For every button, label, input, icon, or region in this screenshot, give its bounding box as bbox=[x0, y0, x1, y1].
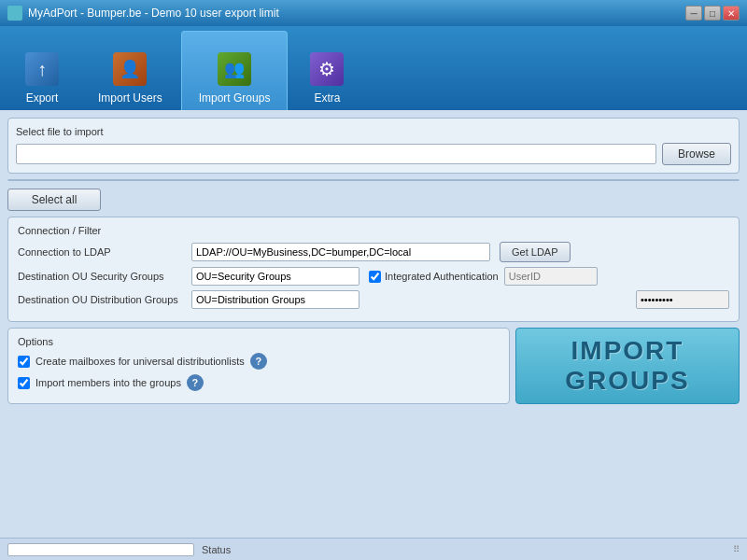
tab-export[interactable]: Export bbox=[5, 31, 79, 110]
int-auth-checkbox-row[interactable]: Integrated Authentication bbox=[369, 271, 499, 283]
bottom-section: Options Create mailboxes for universal d… bbox=[7, 328, 740, 404]
password-input[interactable] bbox=[636, 290, 729, 309]
groups-list[interactable] bbox=[7, 179, 740, 181]
file-path-input[interactable] bbox=[16, 144, 656, 164]
import-groups-button[interactable]: IMPORT GROUPS bbox=[515, 328, 740, 404]
status-progress-bar bbox=[7, 543, 194, 556]
title-bar: MyAdPort - Bumper.be - Demo 10 user expo… bbox=[0, 0, 747, 26]
ldap-input[interactable] bbox=[191, 243, 490, 261]
select-all-button[interactable]: Select all bbox=[7, 189, 101, 211]
ldap-label: Connection to LDAP bbox=[18, 246, 186, 258]
import-members-checkbox[interactable] bbox=[18, 377, 30, 389]
minimize-button[interactable]: ─ bbox=[685, 6, 702, 21]
int-auth-checkbox[interactable] bbox=[369, 271, 381, 283]
ou-dist-input[interactable] bbox=[191, 290, 359, 309]
import-users-icon bbox=[113, 52, 147, 86]
create-mailboxes-checkbox[interactable] bbox=[18, 356, 30, 368]
options-panel: Options Create mailboxes for universal d… bbox=[7, 328, 510, 404]
tab-extra[interactable]: Extra bbox=[289, 31, 364, 110]
file-import-panel: Select file to import Browse bbox=[7, 118, 740, 174]
file-import-label: Select file to import bbox=[16, 126, 731, 137]
help-icon-1[interactable]: ? bbox=[250, 353, 267, 370]
ou-security-input[interactable] bbox=[191, 267, 359, 286]
app-icon bbox=[7, 6, 22, 21]
create-mailboxes-label: Create mailboxes for universal distribut… bbox=[35, 356, 245, 367]
tab-import-users[interactable]: Import Users bbox=[81, 31, 179, 110]
tab-import-groups[interactable]: Import Groups bbox=[181, 31, 289, 110]
get-ldap-button[interactable]: Get LDAP bbox=[500, 242, 571, 262]
tab-extra-label: Extra bbox=[314, 91, 340, 105]
connection-panel-label: Connection / Filter bbox=[18, 225, 729, 236]
tab-import-groups-label: Import Groups bbox=[199, 91, 271, 105]
help-icon-2[interactable]: ? bbox=[187, 374, 204, 391]
import-groups-icon bbox=[218, 52, 251, 86]
close-button[interactable]: ✕ bbox=[723, 6, 740, 21]
resize-handle: ⠿ bbox=[733, 544, 740, 554]
tab-export-label: Export bbox=[26, 91, 59, 105]
toolbar: Export Import Users Import Groups Extra bbox=[0, 26, 747, 110]
ou-security-label: Destination OU Security Groups bbox=[18, 271, 186, 282]
title-text: MyAdPort - Bumper.be - Demo 10 user expo… bbox=[28, 7, 279, 20]
extra-icon bbox=[310, 52, 344, 86]
browse-button[interactable]: Browse bbox=[662, 143, 731, 165]
status-bar: Status ⠿ bbox=[0, 538, 747, 560]
options-label: Options bbox=[18, 336, 500, 347]
userid-input[interactable] bbox=[504, 267, 598, 286]
connection-panel: Connection / Filter Connection to LDAP G… bbox=[7, 217, 740, 322]
int-auth-label: Integrated Authentication bbox=[385, 271, 499, 282]
status-label: Status bbox=[202, 544, 231, 555]
export-icon bbox=[25, 52, 59, 86]
ou-dist-label: Destination OU Distribution Groups bbox=[18, 294, 186, 305]
maximize-button[interactable]: □ bbox=[704, 6, 721, 21]
import-members-label: Import members into the groups bbox=[35, 377, 181, 388]
main-content: Select file to import Browse Select all … bbox=[0, 110, 747, 538]
tab-import-users-label: Import Users bbox=[98, 91, 162, 105]
